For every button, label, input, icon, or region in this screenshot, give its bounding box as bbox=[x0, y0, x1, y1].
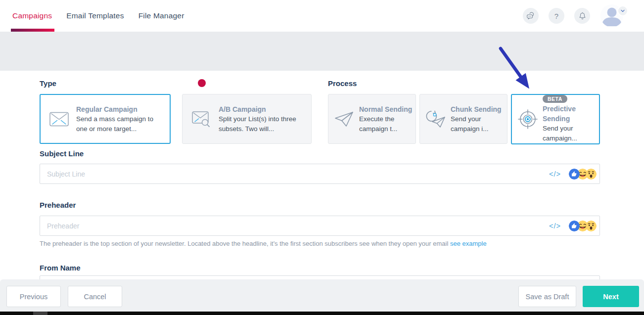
notifications-icon[interactable] bbox=[574, 8, 590, 24]
footer-bar: Previous Cancel Save as Draft Next bbox=[0, 279, 644, 312]
see-example-link[interactable]: see example bbox=[450, 240, 487, 247]
main-nav: Campaigns Email Templates File Manager bbox=[12, 0, 184, 32]
paper-plane-icon bbox=[332, 111, 356, 128]
card-predictive-sending[interactable]: BETA Predictive Sending Send your campai… bbox=[511, 94, 600, 144]
help-glyph: ? bbox=[554, 12, 558, 20]
card-regular-campaign[interactable]: Regular Campaign Send a mass campaign to… bbox=[40, 94, 171, 144]
card-description: Split your List(s) into three subsets. T… bbox=[219, 114, 305, 134]
step-dot-summary[interactable] bbox=[439, 79, 447, 87]
envelope-icon bbox=[49, 112, 69, 127]
chevron-down-icon[interactable] bbox=[617, 5, 628, 16]
card-description: Send your campaign i... bbox=[451, 114, 506, 134]
stepper-band: Setup Recipients Design Summary bbox=[0, 32, 644, 71]
stepper-line bbox=[202, 82, 443, 84]
top-bar: Campaigns Email Templates File Manager ? bbox=[0, 0, 644, 32]
preheader-input[interactable] bbox=[40, 216, 600, 236]
nav-item-email-templates[interactable]: Email Templates bbox=[66, 11, 124, 20]
card-title: Regular Campaign bbox=[76, 104, 163, 114]
card-normal-sending[interactable]: Normal Sending Execute the campaign t... bbox=[328, 94, 416, 144]
card-description: Send a mass campaign to one or more targ… bbox=[76, 114, 163, 134]
nav-item-file-manager[interactable]: File Manager bbox=[138, 11, 184, 20]
subject-line-label: Subject Line bbox=[40, 149, 84, 158]
card-title: Normal Sending bbox=[359, 104, 414, 114]
previous-button[interactable]: Previous bbox=[6, 286, 61, 307]
cancel-button[interactable]: Cancel bbox=[68, 286, 122, 307]
like-emoji-icon[interactable] bbox=[569, 169, 580, 180]
preheader-helper-text: The preheader is the top section of your… bbox=[40, 240, 487, 247]
step-dot-setup[interactable] bbox=[198, 79, 206, 87]
chunk-plane-icon bbox=[424, 108, 448, 130]
envelope-search-icon bbox=[191, 110, 211, 128]
subject-line-input[interactable] bbox=[40, 164, 600, 184]
card-title: Chunk Sending bbox=[451, 104, 506, 114]
process-heading: Process bbox=[328, 79, 357, 88]
preheader-label: Preheader bbox=[40, 201, 76, 209]
chat-icon[interactable] bbox=[523, 8, 539, 24]
target-icon bbox=[516, 108, 540, 130]
card-title: A/B Campaign bbox=[219, 104, 305, 114]
like-emoji-icon[interactable] bbox=[569, 221, 580, 231]
helper-text: The preheader is the top section of your… bbox=[40, 240, 450, 247]
card-description: Send your campaign... bbox=[543, 124, 598, 143]
type-heading: Type bbox=[40, 79, 56, 88]
next-button[interactable]: Next bbox=[583, 286, 639, 307]
nav-item-campaigns[interactable]: Campaigns bbox=[12, 11, 52, 20]
step-dot-design[interactable] bbox=[359, 79, 367, 87]
beta-badge: BETA bbox=[543, 95, 567, 103]
bottom-edge-bar bbox=[0, 312, 644, 315]
code-icon[interactable]: </> bbox=[549, 222, 561, 230]
card-chunk-sending[interactable]: Chunk Sending Send your campaign i... bbox=[419, 94, 507, 144]
card-title: Predictive Sending bbox=[543, 104, 598, 124]
bottom-edge-segment bbox=[33, 312, 47, 315]
code-icon[interactable]: </> bbox=[549, 170, 561, 178]
card-description: Execute the campaign t... bbox=[359, 114, 414, 134]
from-name-label: From Name bbox=[40, 264, 81, 272]
card-ab-campaign[interactable]: A/B Campaign Split your List(s) into thr… bbox=[182, 94, 312, 144]
save-as-draft-button[interactable]: Save as Draft bbox=[518, 286, 576, 307]
step-dot-recipients[interactable] bbox=[278, 79, 286, 87]
help-icon[interactable]: ? bbox=[549, 8, 564, 24]
